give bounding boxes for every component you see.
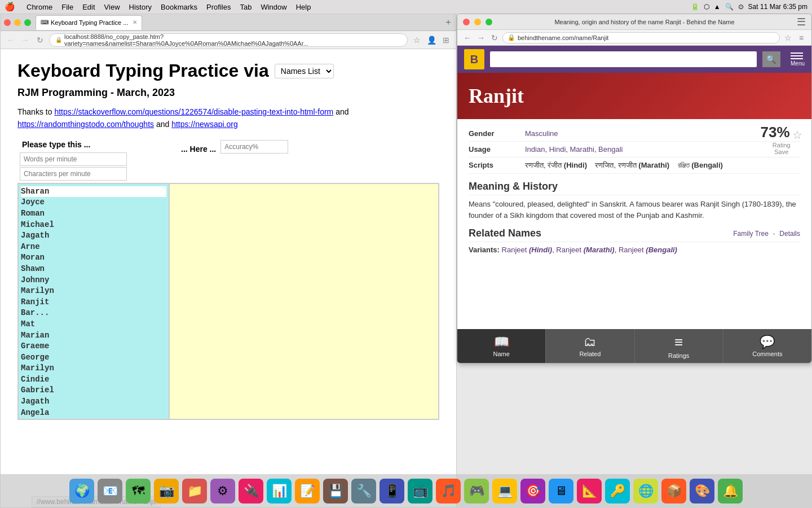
accuracy-input[interactable]	[220, 140, 288, 154]
dock-item-6[interactable]: 🔌	[239, 479, 263, 503]
dock-item-16[interactable]: 🎯	[520, 479, 545, 503]
dock-item-1[interactable]: 📧	[98, 479, 122, 503]
menubar-file[interactable]: File	[61, 3, 73, 11]
name-item[interactable]: Cindie	[21, 374, 166, 386]
refresh-button[interactable]: ↻	[34, 34, 46, 46]
name-item[interactable]: Ranjit	[21, 297, 166, 308]
name-item[interactable]: Graeme	[21, 341, 166, 352]
dock-item-15[interactable]: 💻	[492, 479, 517, 503]
name-item[interactable]: Roman	[21, 208, 166, 220]
dock-item-20[interactable]: 🌐	[633, 479, 658, 503]
variant-ranjeet-bengali[interactable]: Ranjeet (Bengali)	[619, 246, 677, 254]
indian-link[interactable]: Indian	[525, 145, 545, 154]
name-item[interactable]: Marilyn	[21, 286, 166, 297]
btn-search-button[interactable]: 🔍	[762, 51, 780, 67]
forward-button[interactable]: →	[20, 34, 31, 46]
dock-item-22[interactable]: 🎨	[690, 479, 714, 503]
dock-item-9[interactable]: 💾	[323, 479, 348, 503]
menubar-profiles[interactable]: Profiles	[206, 3, 231, 11]
dock-item-18[interactable]: 📐	[577, 479, 602, 503]
name-item[interactable]: Michael	[21, 220, 166, 231]
hindi-link[interactable]: Hindi	[549, 145, 566, 154]
btn-minimize-button[interactable]	[474, 19, 481, 25]
variant-ranjeet-marathi[interactable]: Ranjeet (Marathi)	[556, 246, 614, 254]
btn-search-input[interactable]	[490, 51, 757, 67]
save-button[interactable]: ☆	[792, 128, 802, 142]
menubar-help[interactable]: Help	[296, 3, 311, 11]
dock-item-11[interactable]: 📱	[379, 479, 404, 503]
typing-area[interactable]	[170, 183, 439, 420]
name-item[interactable]: Marian	[21, 330, 166, 341]
btn-hamburger-button[interactable]	[791, 52, 805, 59]
name-item[interactable]: Sharan	[21, 186, 166, 198]
dock-item-10[interactable]: 🔧	[351, 479, 376, 503]
bottom-nav-name[interactable]: 📖 Name	[457, 329, 546, 363]
name-item[interactable]: Gabriel	[21, 385, 166, 396]
menubar-chrome[interactable]: Chrome	[27, 3, 52, 11]
dock-item-21[interactable]: 📦	[661, 479, 686, 503]
dock-item-17[interactable]: 🖥	[549, 479, 573, 503]
dock-item-2[interactable]: 🗺	[126, 479, 151, 503]
btn-address-bar[interactable]: 🔒 behindthename.com/name/Ranjit	[502, 32, 780, 43]
active-tab[interactable]: ⌨ Keyboard Typing Practice ... ✕	[36, 15, 142, 30]
dock-item-19[interactable]: 🔑	[605, 479, 630, 503]
bottom-nav-ratings[interactable]: ≡ Ratings	[635, 329, 723, 363]
menubar-tab[interactable]: Tab	[240, 3, 251, 11]
marathi-link[interactable]: Marathi	[570, 145, 594, 154]
menubar-history[interactable]: History	[129, 3, 152, 11]
dock-item-7[interactable]: 📊	[267, 479, 292, 503]
stackoverflow-link[interactable]: https://stackoverflow.com/questions/1226…	[54, 107, 333, 116]
dock-item-12[interactable]: 📺	[408, 479, 433, 503]
bottom-nav-comments[interactable]: 💬 Comments	[723, 329, 811, 363]
btn-close-button[interactable]	[463, 19, 470, 25]
profile-button[interactable]: 👤	[426, 34, 437, 46]
menubar-view[interactable]: View	[104, 3, 120, 11]
name-item[interactable]: Arne	[21, 242, 166, 253]
btn-refresh-button[interactable]: ↻	[489, 32, 500, 43]
btn-back-button[interactable]: ←	[462, 32, 473, 43]
names-list[interactable]: SharanJoyceRomanMichaelJagathArneMoranSh…	[17, 183, 170, 420]
dock-item-4[interactable]: 📁	[182, 479, 207, 503]
name-item[interactable]: Bar...	[21, 308, 166, 319]
name-item[interactable]: Mat	[21, 319, 166, 330]
name-item[interactable]: Moran	[21, 252, 166, 264]
btn-forward-button[interactable]: →	[475, 32, 487, 43]
randomthings-link[interactable]: https://randomthingstodo.com/thoughts	[17, 120, 154, 129]
btn-menu-icon[interactable]: ☰	[797, 16, 806, 28]
menubar-window[interactable]: Window	[261, 3, 286, 11]
name-item[interactable]: Johnny	[21, 275, 166, 286]
name-item[interactable]: Shawn	[21, 264, 166, 275]
gender-link[interactable]: Masculine	[525, 129, 558, 138]
newsapi-link[interactable]: https://newsapi.org	[171, 120, 238, 129]
dock-item-14[interactable]: 🎮	[464, 479, 489, 503]
dock-item-8[interactable]: 📝	[295, 479, 320, 503]
close-button[interactable]	[4, 19, 11, 26]
menubar-edit[interactable]: Edit	[82, 3, 95, 11]
btn-maximize-button[interactable]	[486, 19, 492, 25]
name-item[interactable]: Marilyn	[21, 363, 166, 374]
btn-reader-button[interactable]: ≡	[796, 32, 807, 43]
apple-menu[interactable]: 🍎	[5, 2, 15, 12]
name-item[interactable]: Jagath	[21, 230, 166, 242]
spotlight-icon[interactable]: 🔍	[725, 3, 734, 11]
name-item[interactable]: Angela	[21, 408, 166, 419]
bookmark-button[interactable]: ☆	[411, 34, 422, 46]
address-bar[interactable]: 🔒 localhost:8888/no_copy_paste.htm?varie…	[49, 33, 408, 47]
variety-dropdown[interactable]: Names List	[275, 64, 334, 78]
bengali-link[interactable]: Bengali	[598, 145, 623, 154]
extensions-button[interactable]: ⊞	[440, 34, 452, 46]
bottom-nav-related[interactable]: 🗂 Related	[546, 329, 634, 363]
minimize-button[interactable]	[14, 19, 21, 26]
dock-item-13[interactable]: 🎵	[436, 479, 461, 503]
name-item[interactable]: George	[21, 352, 166, 364]
name-item[interactable]: Antonio	[21, 418, 166, 420]
variant-ranjeet-hindi[interactable]: Ranjeet (Hindi)	[502, 246, 553, 254]
btn-bookmark-button[interactable]: ☆	[782, 32, 793, 43]
menubar-bookmarks[interactable]: Bookmarks	[161, 3, 197, 11]
new-tab-button[interactable]: ＋	[444, 16, 453, 28]
dock-item-3[interactable]: 📷	[154, 479, 179, 503]
dock-item-23[interactable]: 🔔	[718, 479, 743, 503]
maximize-button[interactable]	[24, 19, 31, 26]
back-button[interactable]: ←	[5, 34, 16, 46]
tab-close-icon[interactable]: ✕	[133, 19, 137, 25]
